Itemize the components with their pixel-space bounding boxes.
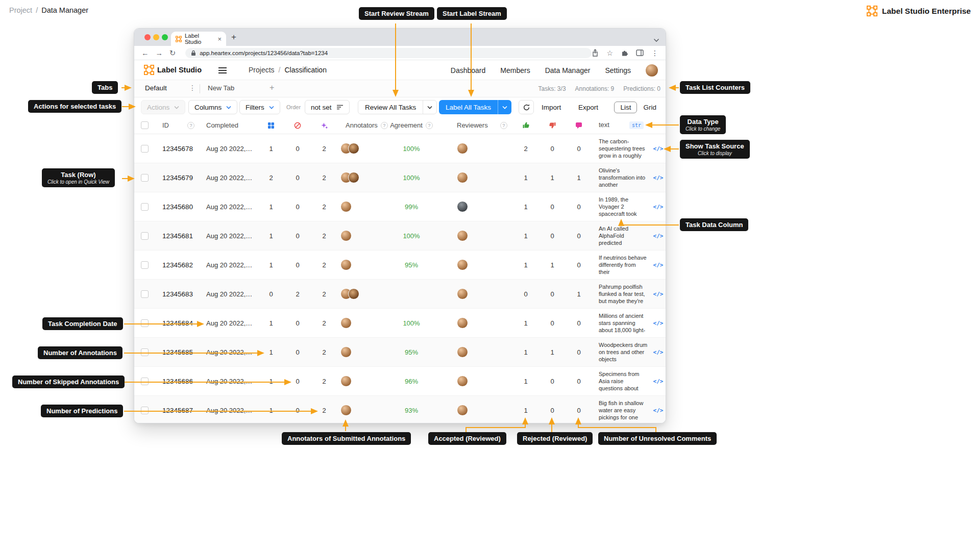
show-source-icon[interactable]: </> [653,407,664,414]
actions-dropdown[interactable]: Actions [141,100,185,114]
tab-options-kebab-icon[interactable]: ⋮ [189,84,196,92]
table-row[interactable]: 12345682 Aug 20 2022,… 1 0 2 95% 1 1 0 I… [134,251,666,280]
label-all-tasks-button[interactable]: Label All Tasks [439,100,498,114]
reviewer-avatar[interactable] [457,405,468,416]
reviewers-help-icon[interactable]: ? [500,122,507,129]
nav-members[interactable]: Members [500,66,530,74]
annotator-avatar[interactable] [340,201,352,212]
annotator-avatar[interactable] [340,405,352,416]
annotator-avatar[interactable] [340,259,352,270]
side-panel-icon[interactable] [636,49,644,56]
select-all-checkbox[interactable] [141,121,149,129]
annotator-avatar[interactable] [348,172,359,183]
reviewer-avatar[interactable] [457,143,468,154]
filters-dropdown[interactable]: Filters [239,100,280,114]
annotator-avatar[interactable] [340,375,352,387]
show-source-icon[interactable]: </> [653,378,664,385]
show-source-icon[interactable]: </> [653,349,664,356]
header-predictions-count[interactable] [311,117,337,134]
table-row[interactable]: 12345687 Aug 20 2022,… 1 0 2 93% 1 0 0 B… [134,396,666,423]
reviewer-avatar[interactable] [457,317,468,329]
row-checkbox[interactable] [141,145,149,153]
annotator-avatar[interactable] [340,317,352,329]
bookmark-star-icon[interactable]: ☆ [606,49,613,57]
header-id[interactable]: ID ? [155,117,205,134]
reviewer-avatar[interactable] [457,375,468,387]
window-close-button[interactable] [144,34,151,40]
row-checkbox[interactable] [141,261,149,269]
annotator-avatar[interactable] [340,230,352,241]
nav-dashboard[interactable]: Dashboard [451,66,486,74]
agreement-help-icon[interactable]: ? [426,122,433,129]
row-checkbox[interactable] [141,203,149,211]
share-icon[interactable] [592,49,599,57]
tab-default[interactable]: Default [145,84,167,92]
app-breadcrumb-projects[interactable]: Projects [249,66,275,74]
browser-tab[interactable]: Label Studio × [171,32,226,46]
address-bar[interactable]: app.heartex.com/projects/123456/data?tab… [185,48,592,58]
row-checkbox[interactable] [141,407,149,414]
user-avatar[interactable] [646,64,658,77]
label-all-chevron[interactable] [498,100,511,114]
reload-icon[interactable]: ↻ [169,49,176,57]
reviewer-avatar[interactable] [457,230,468,241]
table-row[interactable]: 12345685 Aug 20 2022,… 1 0 2 95% 1 1 0 W… [134,338,666,367]
reviewer-avatar[interactable] [457,346,468,358]
breadcrumb-project[interactable]: Project [9,6,32,14]
row-checkbox[interactable] [141,378,149,385]
review-all-tasks-button[interactable]: Review All Tasks [358,101,423,114]
header-reviewers[interactable]: Reviewers ? [442,117,512,134]
import-button[interactable]: Import [537,100,565,114]
table-row[interactable]: 12345681 Aug 20 2022,… 1 0 2 100% 1 0 0 … [134,221,666,251]
back-icon[interactable]: ← [141,49,149,57]
header-accepted[interactable] [512,117,539,134]
table-row[interactable]: 12345678 Aug 20 2022,… 1 0 2 100% 2 0 0 … [134,134,666,163]
id-help-icon[interactable]: ? [187,122,194,129]
show-source-icon[interactable]: </> [653,233,664,239]
annotator-avatar[interactable] [348,143,359,154]
show-source-icon[interactable]: </> [653,291,664,297]
forward-icon[interactable]: → [156,49,163,57]
header-annotators[interactable]: Annotators ? [337,117,381,134]
review-all-chevron[interactable] [423,101,436,114]
export-button[interactable]: Export [574,100,602,114]
browser-menu-kebab-icon[interactable]: ⋮ [651,49,658,57]
hamburger-menu-icon[interactable] [218,67,227,76]
table-row[interactable]: 12345683 Aug 20 2022,… 0 2 2 0 0 1 Pahru… [134,280,666,309]
extensions-icon[interactable] [621,49,628,57]
new-tab-button[interactable]: + [231,32,236,42]
table-row[interactable]: 12345679 Aug 20 2022,… 2 0 2 100% 1 1 1 … [134,163,666,192]
row-checkbox[interactable] [141,348,149,356]
tab-new-tab[interactable]: New Tab [208,84,234,92]
row-checkbox[interactable] [141,232,149,240]
header-agreement[interactable]: Agreement ? [381,117,442,134]
show-source-icon[interactable]: </> [653,262,664,268]
table-row[interactable]: 12345686 Aug 20 2022,… 1 0 2 96% 1 0 0 S… [134,367,666,396]
row-checkbox[interactable] [141,290,149,298]
order-value-button[interactable]: not set [305,100,350,114]
header-completed[interactable]: Completed [205,117,258,134]
header-annotation-count[interactable] [258,117,284,134]
view-list-button[interactable]: List [614,102,637,113]
tab-close-icon[interactable]: × [217,35,222,43]
reviewer-avatar[interactable] [457,201,468,212]
table-row[interactable]: 12345680 Aug 20 2022,… 1 0 2 99% 1 0 0 I… [134,192,666,221]
row-checkbox[interactable] [141,174,149,182]
header-rejected[interactable] [539,117,566,134]
show-source-icon[interactable]: </> [653,320,664,327]
annotator-avatar[interactable] [340,346,352,358]
reviewer-avatar[interactable] [457,288,468,299]
table-row[interactable]: 12345684 Aug 20 2022,… 1 0 2 100% 1 0 0 … [134,309,666,338]
data-type-badge[interactable]: str [629,121,644,129]
show-source-icon[interactable]: </> [653,145,664,152]
header-skipped-count[interactable] [284,117,311,134]
show-source-icon[interactable]: </> [653,204,664,210]
tab-strip-chevron-icon[interactable] [653,35,659,44]
header-text-column[interactable]: text str [592,117,650,134]
row-checkbox[interactable] [141,319,149,327]
app-logo-icon[interactable] [144,65,154,77]
reviewer-avatar[interactable] [457,172,468,183]
window-minimize-button[interactable] [153,34,159,40]
view-grid-button[interactable]: Grid [640,102,659,113]
show-source-icon[interactable]: </> [653,174,664,181]
